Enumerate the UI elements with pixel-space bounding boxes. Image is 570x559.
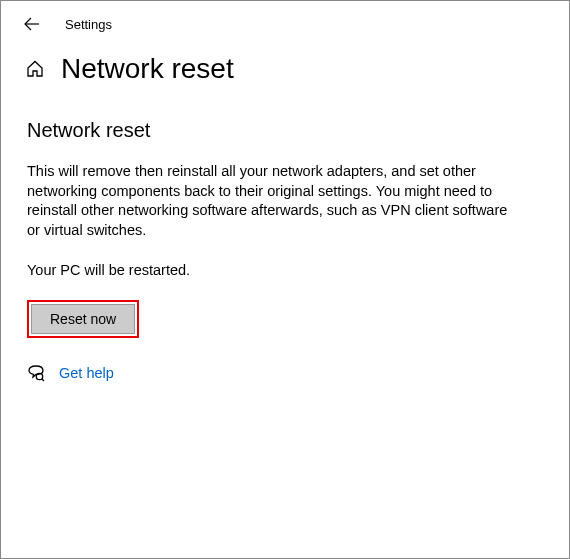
title-row: Network reset xyxy=(1,47,569,85)
help-row: Get help xyxy=(27,364,515,382)
page-title: Network reset xyxy=(61,53,234,85)
settings-label: Settings xyxy=(65,17,112,32)
content: Network reset This will remove then rein… xyxy=(1,85,541,382)
home-icon[interactable] xyxy=(25,59,45,79)
header: Settings xyxy=(1,1,569,47)
reset-button-highlight: Reset now xyxy=(27,300,139,338)
section-heading: Network reset xyxy=(27,119,515,142)
get-help-link[interactable]: Get help xyxy=(59,365,114,381)
get-help-icon xyxy=(27,364,45,382)
restart-text: Your PC will be restarted. xyxy=(27,262,515,278)
back-arrow-icon xyxy=(23,15,41,33)
back-button[interactable] xyxy=(23,15,41,33)
svg-line-2 xyxy=(42,379,44,381)
body-text: This will remove then reinstall all your… xyxy=(27,162,515,240)
reset-now-button[interactable]: Reset now xyxy=(31,304,135,334)
